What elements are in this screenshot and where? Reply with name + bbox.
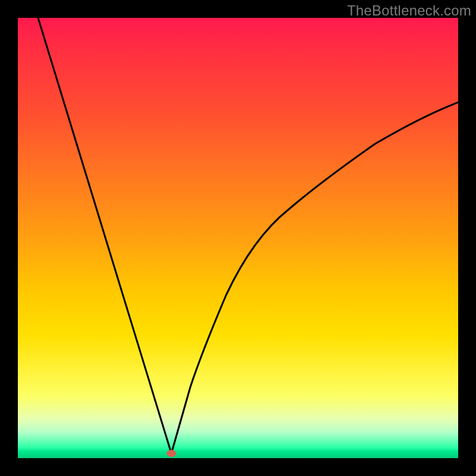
gradient-background	[18, 18, 458, 458]
chart-frame: TheBottleneck.com	[0, 0, 476, 476]
watermark-label: TheBottleneck.com	[347, 2, 471, 19]
